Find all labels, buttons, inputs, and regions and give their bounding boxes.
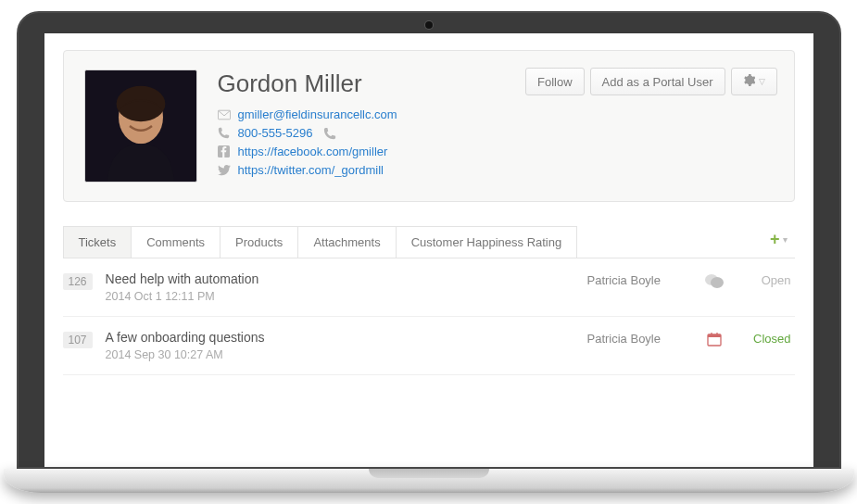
calendar-icon	[702, 332, 726, 346]
svg-rect-8	[708, 334, 721, 337]
ticket-row[interactable]: 126 Need help with automation 2014 Oct 1…	[63, 258, 795, 317]
chevron-down-icon: ▽	[759, 77, 765, 86]
tab-comments[interactable]: Comments	[131, 226, 221, 258]
gear-icon	[743, 74, 755, 89]
follow-button[interactable]: Follow	[525, 68, 585, 95]
tab-happiness[interactable]: Customer Happiness Rating	[396, 226, 578, 258]
facebook-row: https://facebook.com/gmiller	[218, 145, 774, 158]
email-row: gmiller@fieldinsurancellc.com	[218, 107, 774, 121]
ticket-date: 2014 Sep 30 10:27 AM	[106, 348, 574, 361]
ticket-status: Closed	[739, 332, 791, 346]
ticket-title: Need help with automation	[106, 271, 574, 286]
app-screen: Gordon Miller gmiller@fieldinsurancellc.…	[44, 33, 813, 467]
profile-actions: Follow Add as a Portal User ▽	[525, 68, 777, 95]
tabs: Tickets Comments Products Attachments Cu…	[63, 226, 577, 258]
ticket-date: 2014 Oct 1 12:11 PM	[106, 290, 574, 303]
laptop-base	[4, 469, 854, 493]
add-dropdown[interactable]: + ▾	[762, 230, 795, 255]
screen-bezel: Gordon Miller gmiller@fieldinsurancellc.…	[17, 11, 841, 469]
ticket-id: 126	[63, 273, 93, 290]
twitter-link[interactable]: https://twitter.com/_gordmill	[238, 163, 384, 177]
tab-tickets[interactable]: Tickets	[63, 226, 132, 258]
avatar	[84, 69, 197, 183]
twitter-icon	[218, 164, 231, 177]
ticket-main: A few onboarding questions 2014 Sep 30 1…	[106, 330, 574, 361]
ticket-assignee: Patricia Boyle	[587, 332, 689, 346]
twitter-row: https://twitter.com/_gordmill	[218, 163, 774, 177]
add-portal-user-button[interactable]: Add as a Portal User	[590, 68, 725, 95]
webcam	[425, 21, 433, 29]
ticket-id: 107	[63, 332, 93, 348]
tabs-row: Tickets Comments Products Attachments Cu…	[63, 226, 795, 258]
phone-row: 800-555-5296	[218, 126, 774, 140]
ticket-main: Need help with automation 2014 Oct 1 12:…	[106, 271, 574, 303]
settings-dropdown-button[interactable]: ▽	[731, 68, 777, 95]
mail-icon	[218, 108, 231, 121]
laptop-notch	[369, 469, 489, 478]
call-icon[interactable]	[323, 127, 336, 140]
email-link[interactable]: gmiller@fieldinsurancellc.com	[238, 107, 397, 121]
chevron-down-icon: ▾	[783, 234, 788, 245]
plus-icon: +	[770, 230, 780, 249]
tab-attachments[interactable]: Attachments	[297, 226, 396, 258]
profile-card: Gordon Miller gmiller@fieldinsurancellc.…	[63, 50, 795, 202]
svg-point-2	[116, 86, 165, 121]
svg-point-6	[711, 277, 724, 288]
ticket-row[interactable]: 107 A few onboarding questions 2014 Sep …	[63, 317, 795, 375]
phone-link[interactable]: 800-555-5296	[238, 126, 313, 140]
ticket-title: A few onboarding questions	[106, 330, 574, 345]
phone-icon	[218, 127, 231, 140]
tab-products[interactable]: Products	[220, 226, 298, 258]
laptop-frame: Gordon Miller gmiller@fieldinsurancellc.…	[17, 11, 841, 493]
ticket-assignee: Patricia Boyle	[587, 273, 689, 287]
facebook-icon	[218, 145, 231, 158]
ticket-list: 126 Need help with automation 2014 Oct 1…	[63, 258, 795, 375]
ticket-status: Open	[739, 273, 791, 287]
chat-icon	[702, 273, 726, 290]
facebook-link[interactable]: https://facebook.com/gmiller	[238, 145, 388, 158]
